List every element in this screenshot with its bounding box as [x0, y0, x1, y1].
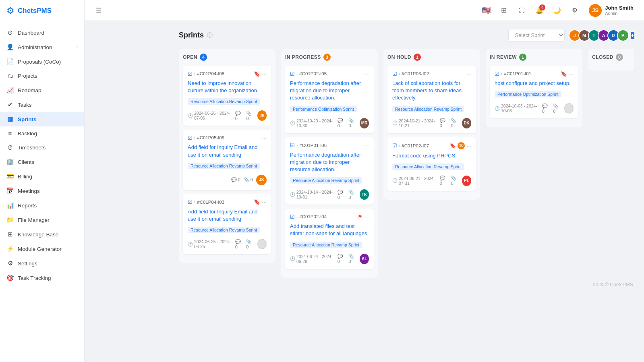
card-tag[interactable]: Resource Allocation Revamp Sprint [290, 177, 362, 184]
sidebar-item-knowledge-base[interactable]: ⊞ Knowledge Base [0, 227, 84, 242]
card-tag[interactable]: Performance Optimization Sprint [290, 106, 357, 112]
flag-button[interactable]: 🇺🇸 [479, 4, 493, 17]
card-tag[interactable]: Resource Allocation Revamp Sprint [188, 227, 260, 233]
card-tag[interactable]: Resource Allocation Revamp Sprint [188, 163, 260, 169]
checkbox-icon[interactable]: ☑ [392, 71, 397, 77]
more-options-icon[interactable]: ··· [569, 70, 574, 77]
sidebar-item-dashboard[interactable]: ⊙ Dashboard [0, 25, 84, 40]
more-options-icon[interactable]: ··· [364, 213, 369, 220]
sidebar-item-tasks[interactable]: ✔ Tasks [0, 97, 84, 112]
card-tag[interactable]: Resource Allocation Revamp Sprint [290, 242, 362, 248]
checkbox-icon[interactable]: ☑ [188, 199, 193, 205]
sidebar-item-module-generator[interactable]: ⚡ Module Generator [0, 242, 84, 256]
column-header: OPEN 4 [183, 54, 271, 61]
bookmark-icon[interactable]: 🔖 [449, 143, 456, 149]
checkbox-icon[interactable]: ☑ [188, 71, 193, 77]
card-date: 🕐2024-06-24 - 2024-06-28 [290, 254, 338, 264]
bookmark-icon[interactable]: 🔖 [254, 199, 260, 205]
sidebar-item-settings[interactable]: ⚙ Settings [0, 256, 84, 271]
sidebar-item-billing[interactable]: 💳 Billing [0, 169, 84, 184]
info-icon[interactable]: ⓘ [207, 32, 213, 39]
checkbox-icon[interactable]: ☑ [188, 135, 193, 141]
add-member-button[interactable]: + [631, 32, 634, 39]
expand-icon[interactable]: › [296, 72, 298, 76]
checkbox-icon[interactable]: ☑ [495, 71, 499, 77]
sidebar-item-administration[interactable]: 👤 Administration› [0, 40, 84, 54]
expand-icon[interactable]: › [194, 200, 195, 204]
card-title[interactable]: Performance degradation after migration … [290, 151, 369, 174]
sidebar-logo[interactable]: ⚙ ChetsPMS [0, 0, 84, 22]
sidebar: ⚙ ChetsPMS ⊙ Dashboard👤 Administration›📄… [0, 0, 85, 362]
more-options-icon[interactable]: ··· [364, 70, 369, 77]
sidebar-item-reports[interactable]: 📊 Reports [0, 198, 84, 213]
card-footer: 🕐2024-10-14 - 2024-10-31 💬 0 📎 0 TK [290, 189, 369, 200]
card-title[interactable]: Add field for Inquiry Email and use it o… [188, 144, 267, 158]
card-assignee: JS [256, 175, 267, 185]
checkbox-icon[interactable]: ☑ [290, 214, 295, 220]
sidebar-item-proposals[interactable]: 📄 Proposals (CoCo) [0, 54, 84, 69]
card-title[interactable]: Add translated files and test stintar no… [290, 223, 369, 237]
card-title[interactable]: Performance degradation after migration … [290, 80, 369, 102]
sidebar-item-projects[interactable]: 🗂 Projects [0, 69, 84, 83]
expand-icon[interactable]: › [296, 143, 298, 147]
apps-button[interactable]: ⊞ [497, 4, 511, 17]
notifications-button[interactable]: 🔔 0 [532, 4, 546, 17]
column-header: IN REVIEW 1 [490, 54, 578, 61]
settings-button[interactable]: ⚙ [568, 4, 582, 17]
theme-button[interactable]: 🌙 [550, 4, 564, 17]
sidebar-item-file-manager[interactable]: 📁 File Manager [0, 213, 84, 227]
checkbox-icon[interactable]: ☑ [392, 143, 397, 149]
sidebar-item-timesheets[interactable]: ⏱ Timesheets [0, 141, 84, 155]
card-actions: ··· [466, 70, 471, 77]
sidebar-label-reports: Reports [18, 203, 37, 209]
more-options-icon[interactable]: ··· [466, 70, 471, 77]
sidebar-label-file-manager: File Manager [18, 217, 50, 223]
bookmark-icon[interactable]: 🔖 [561, 71, 567, 77]
sidebar-label-administration: Administration [18, 44, 52, 50]
more-options-icon[interactable]: ··· [262, 70, 267, 77]
card-tag[interactable]: Resource Allocation Revamp Sprint [392, 163, 464, 170]
sidebar-item-backlog[interactable]: ≡ Backlog [0, 126, 84, 141]
sidebar-item-roadmap[interactable]: 📈 Roadmap [0, 83, 84, 97]
hamburger-button[interactable]: ☰ [92, 4, 106, 17]
card-tag[interactable]: Resource Allocation Revamp Sprint [392, 106, 464, 112]
card-header: ☑ › #C01P04-I08 🔖 ··· [188, 70, 267, 77]
checkbox-icon[interactable]: ☑ [290, 142, 295, 148]
column-closed: CLOSED 0 [588, 49, 634, 70]
reports-icon: 📊 [6, 202, 14, 209]
expand-icon[interactable]: › [296, 215, 298, 219]
more-options-icon[interactable]: ··· [262, 134, 267, 141]
sidebar-item-sprints[interactable]: ▦ Sprints [0, 112, 84, 126]
expand-icon[interactable]: › [399, 72, 400, 76]
expand-icon[interactable]: › [194, 72, 195, 76]
user-menu[interactable]: JS John Smith Admin [586, 2, 637, 19]
chevron-icon: › [76, 45, 78, 50]
sidebar-label-timesheets: Timesheets [18, 145, 46, 151]
expand-icon[interactable]: › [501, 72, 502, 76]
more-options-icon[interactable]: ··· [262, 199, 267, 205]
card-title[interactable]: Format code using PHPCS [392, 152, 471, 159]
card-title[interactable]: Add field for Inquiry Email and use it o… [188, 208, 267, 223]
expand-icon[interactable]: › [194, 136, 195, 140]
user-name: John Smith [605, 5, 634, 11]
card-title[interactable]: host configure and project setup. [495, 80, 574, 87]
task-tracking-icon: 🎯 [6, 274, 14, 281]
card-title[interactable]: Need to improve innovation culture withi… [188, 80, 267, 94]
fullscreen-button[interactable]: ⛶ [515, 4, 528, 17]
sidebar-item-clients[interactable]: 🏢 Clients [0, 155, 84, 169]
sidebar-item-meetings[interactable]: 📅 Meetings [0, 184, 84, 198]
roadmap-icon: 📈 [6, 87, 14, 94]
bookmark-icon[interactable]: 🔖 [254, 71, 260, 77]
more-options-icon[interactable]: ··· [364, 142, 369, 149]
sidebar-item-task-tracking[interactable]: 🎯 Task Tracking [0, 271, 84, 285]
checkbox-icon[interactable]: ☑ [290, 71, 295, 77]
card-title[interactable]: Lack of collaboration tools for team mem… [392, 80, 471, 102]
expand-icon[interactable]: › [399, 143, 400, 148]
card-id: #C01P01-I01 [504, 71, 531, 76]
priority-icon: ⚑ [358, 214, 362, 220]
card-tag[interactable]: Resource Allocation Revamp Sprint [188, 98, 260, 105]
sprint-select[interactable]: Select Sprint [508, 29, 565, 41]
card-tag[interactable]: Performance Optimization Sprint [495, 91, 561, 97]
more-options-icon[interactable]: ··· [466, 143, 471, 149]
kanban-board: OPEN 4 ☑ › #C01P04-I08 🔖 ··· Need to imp… [179, 49, 634, 278]
